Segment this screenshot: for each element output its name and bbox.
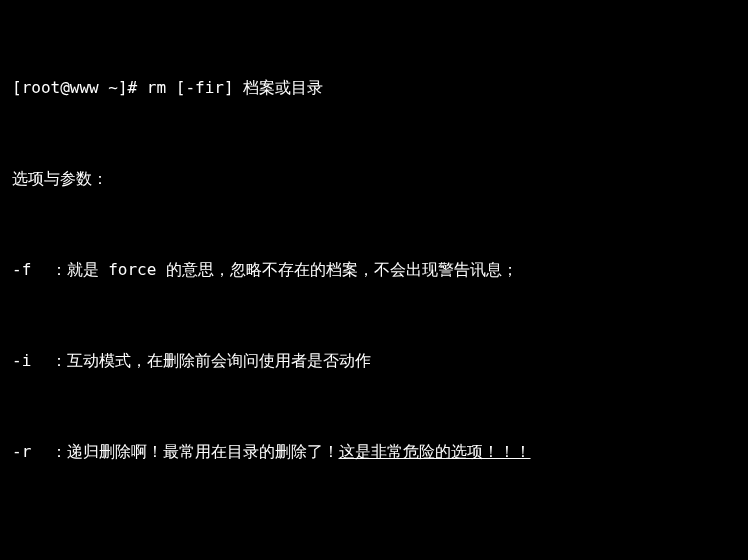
prompt: [root@www ~]# — [12, 78, 147, 97]
warning-text: 这是非常危险的选项！！！ — [339, 442, 531, 461]
option-i: -i ：互动模式，在删除前会询问使用者是否动作 — [12, 346, 736, 376]
terminal-output: [root@www ~]# rm [-fir] 档案或目录 选项与参数： -f … — [12, 12, 736, 560]
option-r-text: -r ：递归删除啊！最常用在目录的删除了！ — [12, 442, 339, 461]
options-header: 选项与参数： — [12, 164, 736, 194]
option-f: -f ：就是 force 的意思，忽略不存在的档案，不会出现警告讯息； — [12, 255, 736, 285]
command-text: rm [-fir] 档案或目录 — [147, 78, 323, 97]
blank-line — [12, 529, 736, 545]
syntax-line: [root@www ~]# rm [-fir] 档案或目录 — [12, 73, 736, 103]
option-r: -r ：递归删除啊！最常用在目录的删除了！这是非常危险的选项！！！ — [12, 437, 736, 467]
